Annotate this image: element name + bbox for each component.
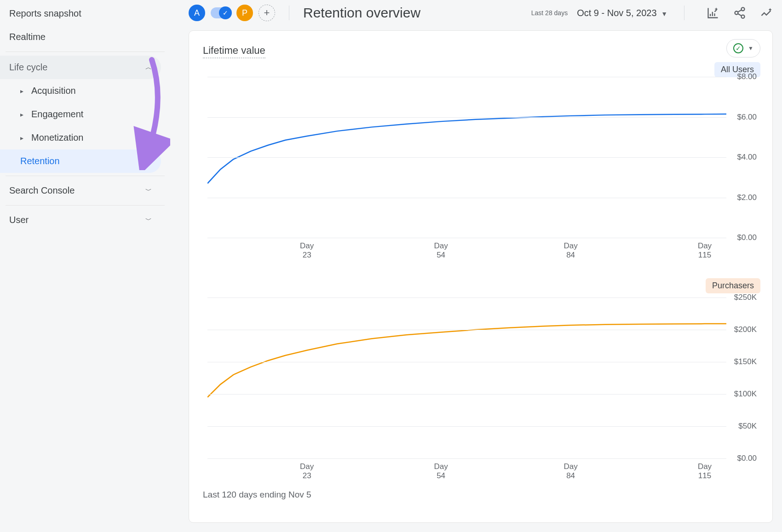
main: A P + Retention overview Last 28 days Oc… [170, 0, 782, 532]
sidebar: Reports snapshot Realtime Life cycle ︿ A… [0, 0, 170, 532]
gridline [207, 394, 726, 395]
sidebar-item-monetization[interactable]: Monetization [0, 126, 161, 149]
lifetime-value-card: Lifetime value ✓ ▼ All Users Purchasers … [189, 30, 773, 523]
sidebar-section-label: User [9, 215, 29, 225]
chart-footnote: Last 120 days ending Nov 5 [203, 490, 759, 500]
y-axis-label: $0.00 [737, 454, 757, 463]
gridline [207, 330, 726, 330]
sidebar-section-label: Search Console [9, 185, 75, 196]
gridline [207, 157, 726, 158]
y-axis-label: $8.00 [737, 72, 757, 81]
date-range-prefix: Last 28 days [531, 9, 568, 17]
y-axis-label: $2.00 [737, 193, 757, 202]
sidebar-section-search-console[interactable]: Search Console ﹀ [0, 179, 161, 202]
chevron-down-icon: ▼ [661, 10, 667, 17]
chart-purchasers: $0.00$50K$100K$150K$200K$250K Day23Day54… [203, 297, 759, 481]
divider [6, 51, 165, 52]
x-axis-label: Day84 [564, 462, 577, 481]
sidebar-section-label: Life cycle [9, 62, 47, 73]
x-axis: Day23Day54Day84Day115 [207, 462, 726, 481]
segment-dropdown[interactable]: ✓ ▼ [726, 39, 760, 57]
gridline [207, 297, 726, 298]
card-title: Lifetime value [203, 45, 265, 58]
x-axis-label: Day54 [434, 462, 448, 481]
sidebar-item-engagement[interactable]: Engagement [0, 103, 161, 126]
y-axis-label: $50K [738, 422, 757, 431]
x-axis-label: Day54 [434, 241, 448, 260]
gridline [207, 117, 726, 118]
divider [289, 6, 289, 20]
y-axis-label: $0.00 [737, 233, 757, 242]
sidebar-item-realtime[interactable]: Realtime [0, 25, 161, 49]
add-segment-button[interactable]: + [259, 5, 275, 21]
y-axis-label: $100K [734, 389, 757, 399]
divider [6, 176, 165, 176]
y-axis-label: $6.00 [737, 113, 757, 122]
x-axis-label: Day23 [300, 241, 314, 260]
share-icon[interactable] [733, 6, 746, 19]
date-range-picker[interactable]: Oct 9 - Nov 5, 2023 ▼ [577, 8, 667, 18]
sidebar-item-retention[interactable]: Retention [0, 149, 161, 173]
y-axis-label: $250K [734, 293, 757, 302]
segment-toggle[interactable] [211, 7, 231, 18]
chevron-down-icon: ﹀ [145, 187, 152, 195]
gridline [207, 362, 726, 362]
chevron-down-icon: ▼ [748, 45, 753, 51]
check-circle-icon: ✓ [733, 43, 743, 53]
gridline [207, 458, 726, 459]
plot-purchasers: $0.00$50K$100K$150K$200K$250K [207, 297, 726, 458]
gridline [207, 198, 726, 198]
gridline [207, 426, 726, 427]
customize-report-icon[interactable] [707, 6, 719, 19]
header: A P + Retention overview Last 28 days Oc… [170, 0, 782, 30]
insights-icon[interactable] [760, 6, 773, 19]
chevron-up-icon: ︿ [145, 63, 152, 72]
x-axis-label: Day84 [564, 241, 577, 260]
y-axis-label: $200K [734, 325, 757, 334]
gridline [207, 77, 726, 77]
x-axis: Day23Day54Day84Day115 [207, 241, 726, 261]
x-axis-label: Day115 [698, 241, 712, 260]
x-axis-label: Day23 [300, 462, 314, 481]
chevron-down-icon: ﹀ [145, 216, 152, 224]
sidebar-item-reports-snapshot[interactable]: Reports snapshot [0, 2, 161, 25]
y-axis-label: $150K [734, 357, 757, 366]
sidebar-item-acquisition[interactable]: Acquisition [0, 79, 161, 103]
divider [684, 6, 684, 20]
sidebar-section-life-cycle[interactable]: Life cycle ︿ [0, 56, 161, 79]
page-title: Retention overview [303, 5, 526, 21]
divider [6, 205, 165, 206]
segment-avatar-all-users[interactable]: A [189, 5, 205, 21]
chart-area: $0.00$2.00$4.00$6.00$8.00 Day23Day54Day8… [203, 77, 759, 481]
gridline [207, 238, 726, 238]
x-axis-label: Day115 [698, 462, 712, 481]
date-range-text: Oct 9 - Nov 5, 2023 [577, 8, 656, 18]
y-axis-label: $4.00 [737, 153, 757, 162]
plot-all-users: $0.00$2.00$4.00$6.00$8.00 [207, 77, 726, 238]
segment-avatar-purchasers[interactable]: P [236, 5, 253, 21]
chip-purchasers[interactable]: Purchasers [706, 278, 760, 293]
chart-all-users: $0.00$2.00$4.00$6.00$8.00 Day23Day54Day8… [203, 77, 759, 261]
sidebar-section-user[interactable]: User ﹀ [0, 208, 161, 232]
